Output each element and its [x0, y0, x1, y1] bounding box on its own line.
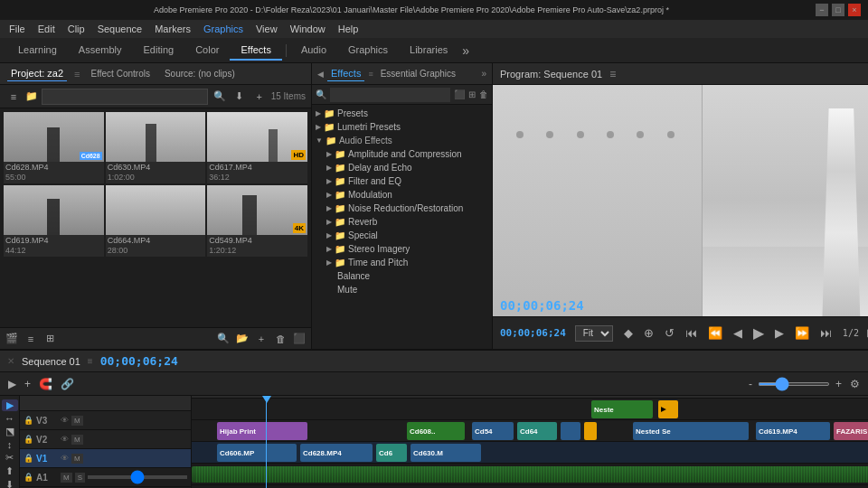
track-row-a1[interactable] — [192, 464, 868, 485]
ws-tab-audio[interactable]: Audio — [290, 41, 337, 61]
project-grid-view-btn[interactable]: ⊞ — [42, 331, 58, 347]
tool-select[interactable]: ▶ — [2, 399, 18, 411]
tab-effect-controls[interactable]: Effect Controls — [88, 67, 154, 80]
tree-item-presets[interactable]: ▶ 📁 Presets — [312, 107, 492, 120]
tree-item-audio-effects[interactable]: ▼ 📁 Audio Effects — [312, 134, 492, 147]
close-button[interactable]: × — [848, 4, 861, 16]
thumbnail-item[interactable]: 4K Cd549.MP4 1:20:12 — [207, 185, 307, 257]
tab-essential-graphics[interactable]: Essential Graphics — [377, 67, 459, 80]
tree-item-filter-eq[interactable]: ▶ 📁 Filter and EQ — [312, 174, 492, 188]
clip-audio-a1[interactable] — [192, 466, 868, 483]
tab-project[interactable]: Project: za2 — [7, 66, 67, 81]
tl-play-btn[interactable]: ▶ — [5, 376, 19, 392]
vol-slider-a1[interactable] — [88, 475, 187, 479]
tool-rate[interactable]: ↕ — [2, 439, 18, 450]
clip-cd606[interactable]: Cd606.MP — [217, 444, 297, 462]
lock-icon-v2[interactable]: 🔒 — [24, 435, 33, 444]
ws-tab-effects[interactable]: Effects — [230, 41, 281, 61]
menu-item-edit[interactable]: Edit — [33, 23, 61, 35]
tree-item-special[interactable]: ▶ 📁 Special — [312, 229, 492, 242]
add-marker-btn[interactable]: ⊕ — [640, 324, 657, 342]
loop-btn[interactable]: ↺ — [661, 324, 678, 342]
tab-source[interactable]: Source: (no clips) — [161, 67, 239, 80]
tree-item-mute[interactable]: Mute — [312, 283, 492, 296]
clip-neste[interactable]: Neste — [591, 400, 653, 418]
ws-tab-color[interactable]: Color — [184, 41, 230, 61]
tl-settings-btn[interactable]: ⚙ — [847, 376, 863, 392]
menu-item-help[interactable]: Help — [333, 23, 364, 35]
project-folder-btn[interactable]: 📂 — [234, 331, 250, 347]
menu-item-markers[interactable]: Markers — [149, 23, 196, 35]
tool-slide[interactable]: ⬇ — [2, 479, 18, 488]
lock-icon-a1[interactable]: 🔒 — [24, 473, 33, 482]
tl-zoom-in-btn[interactable]: + — [833, 376, 844, 392]
mute-btn-v1[interactable]: M — [71, 454, 83, 464]
clip-nested-se[interactable]: Nested Se — [633, 422, 749, 440]
solo-btn-a1[interactable]: S — [75, 473, 85, 483]
fwd-frame-btn[interactable]: ▶ — [771, 324, 788, 342]
thumbnail-item[interactable]: Cd619.MP4 44:12 — [4, 185, 104, 257]
project-search-bar-btn[interactable]: 🔍 — [215, 331, 231, 347]
tool-rolling[interactable]: ⬔ — [2, 426, 18, 437]
tree-item-time-pitch[interactable]: ▶ 📁 Time and Pitch — [312, 256, 492, 269]
mute-btn-v3[interactable]: M — [71, 416, 83, 426]
effects-search-input[interactable] — [330, 88, 450, 102]
tool-ripple[interactable]: ↔ — [2, 413, 18, 424]
clip-cd628-mp4[interactable]: Cd628.MP4 — [300, 444, 373, 462]
clip-cd54[interactable]: Cd54 — [472, 422, 514, 440]
tab-effects[interactable]: Effects — [327, 66, 364, 81]
track-row-v1[interactable]: Cd606.MP Cd628.MP4 Cd6 Cd630.M — [192, 442, 868, 464]
clip-cd619[interactable]: Cd619.MP4 — [756, 422, 830, 440]
project-trash-btn[interactable]: 🗑 — [272, 331, 288, 347]
maximize-button[interactable]: □ — [832, 4, 844, 16]
clip-fazaris[interactable]: FAZARIS PHOT — [834, 422, 868, 440]
tree-item-amplitude[interactable]: ▶ 📁 Amplitude and Compression — [312, 147, 492, 161]
ws-tab-graphics[interactable]: Graphics — [337, 41, 399, 61]
menu-item-sequence[interactable]: Sequence — [92, 23, 148, 35]
tl-add-track-btn[interactable]: + — [22, 376, 33, 392]
tree-item-reverb[interactable]: ▶ 📁 Reverb — [312, 215, 492, 229]
skip-back-btn[interactable]: ⏮ — [682, 324, 701, 342]
effects-search-clear-btn[interactable]: ⬛ — [454, 89, 465, 99]
project-icon-btn[interactable]: 🎬 — [4, 331, 20, 347]
marker-btn[interactable]: ◆ — [620, 324, 637, 342]
tool-slip[interactable]: ⬆ — [2, 465, 18, 477]
track-row-v2[interactable]: Hijab Print Cd608.. Cd54 Cd64 Nested Se … — [192, 420, 868, 442]
clip-cd64[interactable]: Cd64 — [517, 422, 557, 440]
tree-item-stereo[interactable]: ▶ 📁 Stereo Imagery — [312, 242, 492, 256]
clip-hijab-print[interactable]: Hijab Print — [217, 422, 307, 440]
project-add-btn[interactable]: + — [253, 331, 269, 347]
thumbnail-item[interactable]: Cd628 Cd628.MP4 55:00 — [4, 112, 104, 183]
tl-zoom-slider[interactable] — [758, 382, 830, 386]
clip-small-blue[interactable] — [561, 422, 580, 440]
menu-item-window[interactable]: Window — [285, 23, 331, 35]
menu-item-file[interactable]: File — [4, 23, 31, 35]
eye-icon-v1[interactable]: 👁 — [61, 454, 69, 463]
ws-tab-learning[interactable]: Learning — [7, 41, 68, 61]
monitor-menu-btn[interactable]: ≡ — [609, 68, 616, 80]
project-list-btn[interactable]: ≡ — [5, 89, 22, 105]
menu-item-graphics[interactable]: Graphics — [198, 23, 249, 35]
tl-link-btn[interactable]: 🔗 — [58, 376, 77, 392]
tool-razor[interactable]: ✂ — [2, 452, 18, 464]
tl-snap-btn[interactable]: 🧲 — [36, 376, 55, 392]
tree-item-noise[interactable]: ▶ 📁 Noise Reduction/Restoration — [312, 202, 492, 215]
lock-icon-v3[interactable]: 🔒 — [24, 416, 33, 425]
project-import-btn[interactable]: ⬇ — [231, 89, 248, 105]
track-row-v3[interactable]: Neste ▶ — [192, 399, 868, 420]
timeline-menu-btn[interactable]: ≡ — [88, 356, 93, 366]
mute-btn-a1[interactable]: M — [61, 473, 72, 483]
eye-icon-v3[interactable]: 👁 — [61, 416, 69, 425]
play-btn[interactable]: ▶ — [750, 323, 768, 343]
eye-icon-v2[interactable]: 👁 — [61, 435, 69, 444]
tree-item-modulation[interactable]: ▶ 📁 Modulation — [312, 188, 492, 202]
tree-item-delay[interactable]: ▶ 📁 Delay and Echo — [312, 161, 492, 174]
project-search-input[interactable] — [42, 89, 208, 105]
clip-yellow-small[interactable] — [584, 422, 597, 440]
effects-delete-btn[interactable]: 🗑 — [479, 89, 488, 99]
lock-icon-v1[interactable]: 🔒 — [24, 454, 33, 463]
ws-more-button[interactable]: » — [458, 43, 473, 58]
project-settings-btn[interactable]: ⬛ — [291, 331, 307, 347]
project-search-btn[interactable]: 🔍 — [212, 89, 228, 105]
timeline-close-btn[interactable]: ✕ — [7, 356, 14, 366]
